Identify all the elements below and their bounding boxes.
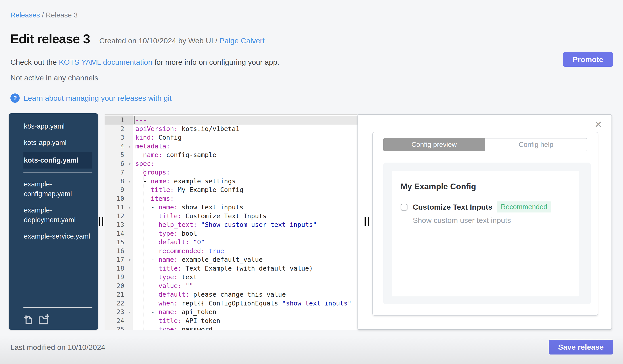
code-line[interactable]: default: "0" <box>133 238 357 247</box>
breadcrumb-releases-link[interactable]: Releases <box>10 11 40 19</box>
config-group-title: My Example Config <box>400 182 579 191</box>
indent-guide <box>143 152 143 330</box>
author-link[interactable]: Paige Calvert <box>220 37 265 45</box>
code-line[interactable]: kind: Config <box>133 133 357 142</box>
code-line[interactable]: - name: example_default_value <box>133 255 357 264</box>
code-line[interactable]: groups: <box>133 168 357 177</box>
sidebar-divider <box>23 172 92 173</box>
fold-arrow-icon[interactable]: ▾ <box>128 160 131 168</box>
fold-arrow-icon[interactable]: ▾ <box>128 203 131 212</box>
sidebar-footer <box>23 304 92 330</box>
file-list-bottom: example-configmap.yamlexample-deployment… <box>23 176 92 244</box>
fold-arrow-icon[interactable]: ▾ <box>128 256 131 264</box>
created-text: Created on 10/10/2024 by Web UI / <box>99 37 220 45</box>
line-number: 19 <box>105 273 133 282</box>
sidebar-footer-divider <box>23 307 92 308</box>
code-line[interactable]: type: bool <box>133 229 357 238</box>
code-line[interactable]: items: <box>133 194 357 203</box>
title-row: Edit release 3 Created on 10/10/2024 by … <box>10 31 265 46</box>
doc-line-suffix: for more info on configuring your app. <box>152 58 279 66</box>
sidebar-item-kots-app-yaml[interactable]: kots-app.yaml <box>23 135 92 151</box>
line-number: 22 <box>105 299 133 308</box>
code-line[interactable]: type: text <box>133 273 357 282</box>
config-group-card: My Example Config Customize Text Inputs … <box>392 171 579 296</box>
last-modified-text: Last modified on 10/10/2024 <box>10 343 105 352</box>
question-circle-icon[interactable]: ? <box>10 93 20 103</box>
sidebar-item-kots-config-yaml[interactable]: kots-config.yaml <box>23 152 92 168</box>
line-number: 16 <box>105 247 133 256</box>
config-option-help-text: Show custom user text inputs <box>413 216 579 225</box>
customize-text-inputs-checkbox[interactable] <box>400 204 407 210</box>
code-line[interactable]: title: My Example Config <box>133 185 357 194</box>
editor-gutter: 1234▾56▾78▾91011▾121314151617▾1819202122… <box>105 115 133 330</box>
code-line[interactable]: help_text: "Show custom user text inputs… <box>133 221 357 229</box>
line-number: 15 <box>105 238 133 247</box>
line-number: 3 <box>105 133 133 142</box>
editor-resize-handle[interactable] <box>365 217 369 226</box>
yaml-editor[interactable]: 1234▾56▾78▾91011▾121314151617▾1819202122… <box>105 114 357 330</box>
code-line[interactable]: - name: show_text_inputs <box>133 203 357 212</box>
code-line[interactable]: - name: api_token <box>133 308 357 317</box>
fold-arrow-icon[interactable]: ▾ <box>128 308 131 317</box>
sidebar-item-k8s-app-yaml[interactable]: k8s-app.yaml <box>23 118 92 135</box>
sidebar-item-example-configmap-yaml[interactable]: example-configmap.yaml <box>23 176 92 202</box>
code-line[interactable]: when: repl{{ ConfigOptionEquals "show_te… <box>133 299 357 308</box>
git-releases-link[interactable]: Learn about managing your releases with … <box>24 94 172 102</box>
kots-yaml-doc-link[interactable]: KOTS YAML documentation <box>59 58 152 66</box>
line-number: 7 <box>105 168 133 177</box>
line-number: 1 <box>105 116 133 124</box>
indent-guide <box>151 187 151 330</box>
sidebar-resize-handle[interactable] <box>99 217 103 226</box>
config-tabs: Config previewConfig help <box>383 138 587 151</box>
line-number: 2 <box>105 124 133 133</box>
line-number: 6▾ <box>105 160 133 168</box>
line-number: 5 <box>105 151 133 160</box>
tab-config-help[interactable]: Config help <box>485 138 587 151</box>
line-number: 12 <box>105 212 133 221</box>
breadcrumb: Releases / Release 3 <box>10 11 78 19</box>
code-line[interactable]: spec: <box>133 160 357 168</box>
line-number: 20 <box>105 282 133 290</box>
line-number: 8▾ <box>105 177 133 186</box>
doc-line-prefix: Check out the <box>10 58 59 66</box>
line-number: 17▾ <box>105 255 133 264</box>
channel-status: Not active in any channels <box>10 74 98 82</box>
config-option-row: Customize Text Inputs Recommended <box>400 202 579 212</box>
git-help-row: ? Learn about managing your releases wit… <box>10 93 172 103</box>
line-number: 18 <box>105 264 133 273</box>
config-option-label: Customize Text Inputs <box>413 203 492 211</box>
code-line[interactable]: apiVersion: kots.io/v1beta1 <box>133 124 357 133</box>
new-file-icon[interactable] <box>23 314 33 326</box>
code-line[interactable]: title: Text Example (with default value) <box>133 264 357 273</box>
line-number: 10 <box>105 194 133 203</box>
tab-config-preview[interactable]: Config preview <box>383 138 485 151</box>
save-release-button[interactable]: Save release <box>549 340 613 355</box>
line-number: 23▾ <box>105 308 133 317</box>
line-number: 9 <box>105 185 133 194</box>
fold-arrow-icon[interactable]: ▾ <box>128 142 131 151</box>
line-number: 4▾ <box>105 142 133 151</box>
breadcrumb-separator: / <box>40 11 46 19</box>
code-line[interactable]: recommended: true <box>133 247 357 256</box>
close-icon[interactable]: ✕ <box>595 120 602 129</box>
doc-line: Check out the KOTS YAML documentation fo… <box>10 58 279 66</box>
config-preview-area: My Example Config Customize Text Inputs … <box>383 162 591 304</box>
fold-arrow-icon[interactable]: ▾ <box>128 177 131 186</box>
config-tab-container: Config previewConfig help My Example Con… <box>372 132 598 316</box>
code-line[interactable]: title: Customize Text Inputs <box>133 212 357 221</box>
file-list-top: k8s-app.yamlkots-app.yamlkots-config.yam… <box>23 118 92 168</box>
sidebar-item-example-service-yaml[interactable]: example-service.yaml <box>23 228 92 244</box>
code-line[interactable]: type: password <box>133 325 357 330</box>
code-line[interactable]: name: config-sample <box>133 151 357 160</box>
editor-code-area[interactable]: ---apiVersion: kots.io/v1beta1kind: Conf… <box>133 115 357 330</box>
code-line[interactable]: metadata: <box>133 142 357 151</box>
promote-button[interactable]: Promote <box>563 52 613 67</box>
new-folder-icon[interactable] <box>38 314 49 326</box>
code-line[interactable]: value: "" <box>133 282 357 290</box>
code-line[interactable]: - name: example_settings <box>133 177 357 186</box>
code-line[interactable]: title: API token <box>133 317 357 325</box>
line-number: 13 <box>105 221 133 229</box>
code-line[interactable]: default: please change this value <box>133 290 357 299</box>
sidebar-item-example-deployment-yaml[interactable]: example-deployment.yaml <box>23 202 92 228</box>
code-line[interactable]: --- <box>133 116 357 124</box>
